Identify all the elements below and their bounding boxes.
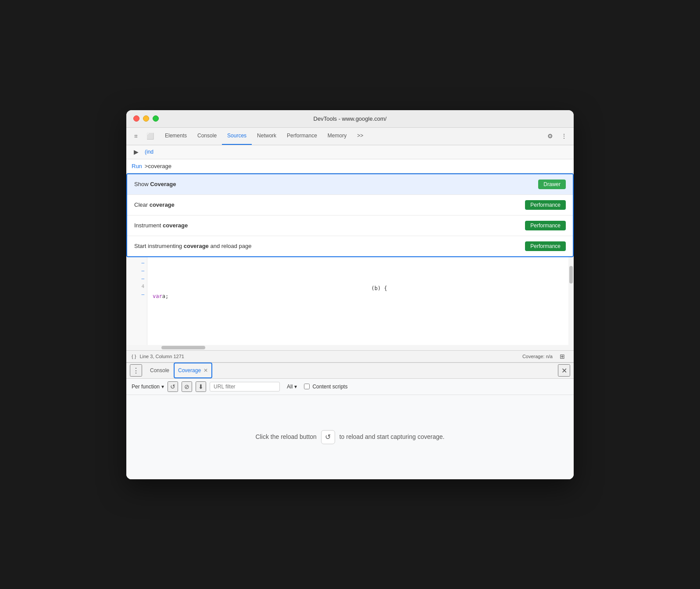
sidebar-toggle-icon[interactable]: ▶ bbox=[130, 146, 142, 158]
command-text: >coverage bbox=[145, 163, 171, 169]
devtools-window: DevTools - www.google.com/ ⌗ ⬜ Elements … bbox=[126, 110, 574, 479]
tab-more[interactable]: >> bbox=[352, 127, 368, 145]
sources-ind: (ind bbox=[145, 149, 154, 155]
traffic-lights bbox=[133, 115, 159, 122]
badge-performance-instrument: Performance bbox=[525, 221, 566, 230]
autocomplete-item-clear-coverage[interactable]: Clear coverage Performance bbox=[127, 195, 573, 215]
autocomplete-item-text: Instrument coverage bbox=[134, 222, 188, 229]
drawer-tab-console[interactable]: Console bbox=[146, 363, 174, 378]
maximize-traffic-light[interactable] bbox=[153, 115, 159, 122]
toolbar-right: ⚙ ⋮ bbox=[544, 130, 570, 142]
autocomplete-item-text: Clear coverage bbox=[134, 201, 175, 208]
clear-coverage-icon[interactable]: ⊘ bbox=[182, 381, 192, 392]
badge-performance-start: Performance bbox=[525, 241, 566, 251]
coverage-toolbar: Per function ▾ ↺ ⊘ ⬇ All ▾ Content scrip… bbox=[126, 379, 574, 395]
devtools-body: ⌗ ⬜ Elements Console Sources Network Per… bbox=[126, 128, 574, 479]
coverage-empty-state: Click the reload button ↺ to reload and … bbox=[126, 395, 574, 479]
reload-icon: ↺ bbox=[325, 433, 331, 441]
command-bar: Run >coverage bbox=[126, 159, 574, 173]
main-toolbar: ⌗ ⬜ Elements Console Sources Network Per… bbox=[126, 128, 574, 145]
minimize-traffic-light[interactable] bbox=[143, 115, 149, 122]
cursor-position: Line 3, Column 1271 bbox=[139, 354, 184, 359]
editor-area: (b) { var a; bbox=[147, 257, 568, 345]
autocomplete-item-text: Start instrumenting coverage and reload … bbox=[134, 243, 251, 249]
autocomplete-item-instrument-coverage[interactable]: Instrument coverage Performance bbox=[127, 215, 573, 236]
autocomplete-dropdown: Show Coverage Drawer Clear coverage Perf… bbox=[126, 173, 574, 257]
close-traffic-light[interactable] bbox=[133, 115, 139, 122]
horizontal-scrollbar-thumb[interactable] bbox=[161, 346, 205, 349]
autocomplete-item-start-instrumenting[interactable]: Start instrumenting coverage and reload … bbox=[127, 236, 573, 256]
tab-performance[interactable]: Performance bbox=[282, 127, 322, 145]
settings-icon[interactable]: ⚙ bbox=[544, 130, 556, 142]
format-icon[interactable]: { } bbox=[132, 354, 136, 359]
autocomplete-item-text: Show Coverage bbox=[134, 181, 176, 187]
tab-memory[interactable]: Memory bbox=[322, 127, 352, 145]
reload-coverage-icon[interactable]: ↺ bbox=[168, 381, 178, 392]
per-function-dropdown[interactable]: Per function ▾ bbox=[132, 384, 164, 390]
drawer-tabs: ⋮ Console Coverage ✕ ✕ bbox=[126, 363, 574, 379]
tab-network[interactable]: Network bbox=[252, 127, 282, 145]
editor-main-area: – – – 4 – (b) { bbox=[126, 257, 574, 345]
tab-sources[interactable]: Sources bbox=[222, 127, 252, 145]
dropdown-arrow-icon: ▾ bbox=[161, 384, 164, 390]
drawer-panel: ⋮ Console Coverage ✕ ✕ Per function ▾ ↺ … bbox=[126, 363, 574, 479]
toolbar-icon-group: ⌗ ⬜ bbox=[130, 130, 156, 142]
drawer-menu-icon[interactable]: ⋮ bbox=[130, 364, 142, 377]
scrollbar-thumb[interactable] bbox=[569, 266, 573, 284]
content-scripts-checkbox-label[interactable]: Content scripts bbox=[304, 384, 347, 390]
device-mode-icon[interactable]: ⬜ bbox=[144, 130, 156, 142]
tab-console[interactable]: Console bbox=[192, 127, 222, 145]
main-tabs: Elements Console Sources Network Perform… bbox=[160, 127, 544, 145]
badge-performance-clear: Performance bbox=[525, 200, 566, 210]
drawer-tab-coverage[interactable]: Coverage ✕ bbox=[174, 363, 212, 378]
download-coverage-icon[interactable]: ⬇ bbox=[196, 381, 206, 392]
content-scripts-checkbox[interactable] bbox=[304, 384, 310, 389]
all-filter-dropdown[interactable]: All ▾ bbox=[283, 382, 300, 391]
all-dropdown-arrow-icon: ▾ bbox=[294, 384, 297, 390]
inspect-element-icon[interactable]: ⌗ bbox=[130, 130, 142, 142]
vertical-scrollbar[interactable] bbox=[568, 257, 574, 345]
title-bar: DevTools - www.google.com/ bbox=[126, 110, 574, 128]
status-left: { } Line 3, Column 1271 bbox=[132, 354, 184, 359]
run-label: Run bbox=[132, 163, 142, 169]
horizontal-scrollbar[interactable] bbox=[126, 345, 574, 350]
reload-icon-box: ↺ bbox=[321, 430, 335, 444]
badge-drawer: Drawer bbox=[538, 180, 566, 189]
tab-elements[interactable]: Elements bbox=[160, 127, 192, 145]
status-right: Coverage: n/a ⊞ bbox=[522, 350, 568, 363]
autocomplete-item-show-coverage[interactable]: Show Coverage Drawer bbox=[127, 174, 573, 195]
coverage-status: Coverage: n/a bbox=[522, 354, 553, 359]
url-filter-input[interactable] bbox=[210, 382, 280, 391]
status-bar: { } Line 3, Column 1271 Coverage: n/a ⊞ bbox=[126, 350, 574, 363]
window-title: DevTools - www.google.com/ bbox=[314, 115, 387, 122]
more-options-icon[interactable]: ⋮ bbox=[558, 130, 570, 142]
coverage-empty-message: Click the reload button ↺ to reload and … bbox=[256, 430, 445, 444]
screenshot-icon[interactable]: ⊞ bbox=[556, 350, 568, 363]
drawer-close-button[interactable]: ✕ bbox=[558, 364, 570, 377]
drawer-tab-close-icon[interactable]: ✕ bbox=[204, 367, 208, 374]
